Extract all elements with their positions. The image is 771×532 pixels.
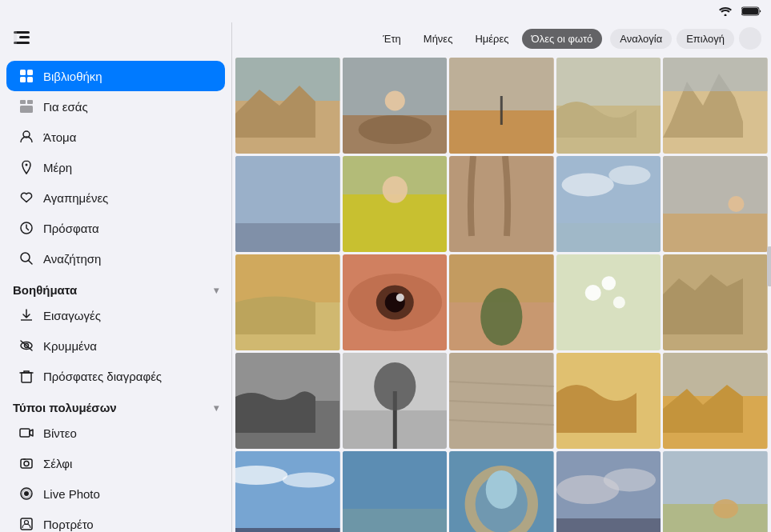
svg-rect-47	[663, 58, 768, 91]
svg-rect-13	[20, 106, 33, 113]
live-photo-icon	[18, 485, 35, 502]
home-indicator	[767, 246, 771, 286]
selfies-icon	[18, 454, 35, 472]
svg-rect-24	[21, 459, 32, 468]
svg-point-74	[613, 296, 625, 308]
svg-point-0	[725, 14, 727, 17]
sidebar-item-imports[interactable]: Εισαγωγές	[6, 300, 225, 330]
places-icon	[18, 158, 35, 176]
sidebar-item-label-hidden: Κρυμμένα	[43, 339, 97, 353]
svg-rect-90	[663, 353, 768, 396]
photo-cell-21[interactable]	[235, 451, 340, 532]
action-btn-select[interactable]: Επιλογή	[677, 29, 734, 49]
svg-point-61	[729, 196, 745, 212]
svg-rect-33	[235, 58, 340, 101]
sidebar-item-places[interactable]: Μέρη	[6, 152, 225, 182]
status-bar	[0, 0, 771, 22]
svg-point-57	[608, 166, 650, 185]
svg-rect-11	[20, 100, 26, 104]
photo-cell-13[interactable]	[449, 254, 554, 350]
sidebar-item-label-people: Άτομα	[43, 130, 76, 144]
topbar: ΈτηΜήνεςΗμέρεςΌλες οι φωτό ΑναλογίαΕπιλο…	[232, 22, 771, 54]
sidebar-item-deleted[interactable]: Πρόσφατες διαγραφές	[6, 361, 225, 391]
svg-rect-50	[235, 223, 340, 252]
photo-cell-15[interactable]	[663, 254, 768, 350]
sidebar-toggle-icon[interactable]	[13, 29, 30, 46]
sidebar-item-for-you[interactable]: Για εσάς	[6, 91, 225, 122]
svg-rect-10	[27, 77, 33, 82]
photo-cell-5[interactable]	[663, 58, 768, 154]
sidebar-item-selfies[interactable]: Σέλφι	[6, 448, 225, 478]
photo-cell-10[interactable]	[663, 156, 768, 252]
photo-cell-1[interactable]	[235, 58, 340, 154]
for-you-icon	[18, 98, 35, 115]
svg-point-95	[283, 472, 335, 487]
more-button[interactable]	[739, 27, 761, 50]
svg-point-83	[374, 362, 416, 410]
svg-rect-93	[235, 451, 340, 528]
sidebar-item-favorites[interactable]: Αγαπημένες	[6, 182, 225, 213]
photo-grid	[232, 54, 771, 532]
photo-cell-8[interactable]	[449, 156, 554, 252]
sidebar-item-label-library: Βιβλιοθήκη	[43, 70, 102, 83]
sidebar-item-label-favorites: Αγαπημένες	[43, 191, 108, 205]
sidebar-media-items: Βίντεο Σέλφι Live Photo Πορτρέτο	[0, 418, 231, 532]
photo-cell-11[interactable]	[235, 254, 340, 350]
nav-buttons: ΈτηΜήνεςΗμέρεςΌλες οι φωτό	[373, 29, 602, 49]
sidebar-section-media-types[interactable]: Τύποι πολυμέσων ▾	[0, 391, 231, 418]
svg-rect-58	[556, 223, 661, 252]
sidebar-item-recents[interactable]: Πρόσφατα	[6, 213, 225, 243]
action-btn-aspect[interactable]: Αναλογία	[610, 29, 672, 49]
nav-btn-years[interactable]: Έτη	[373, 29, 411, 49]
photo-cell-17[interactable]	[343, 353, 448, 449]
sidebar-item-people[interactable]: Άτομα	[6, 122, 225, 152]
photo-cell-4[interactable]	[556, 58, 661, 154]
nav-btn-months[interactable]: Μήνες	[414, 29, 463, 49]
sidebar-item-portrait[interactable]: Πορτρέτο	[6, 509, 225, 532]
sidebar-item-label-portrait: Πορτρέτο	[43, 518, 94, 531]
svg-line-18	[29, 261, 33, 265]
main-content: ΈτηΜήνεςΗμέρεςΌλες οι φωτό ΑναλογίαΕπιλο…	[232, 0, 771, 532]
photo-cell-16[interactable]	[235, 353, 340, 449]
nav-btn-days[interactable]: Ημέρες	[465, 29, 518, 49]
sidebar-section-utilities[interactable]: Βοηθήματα ▾	[0, 274, 231, 300]
action-buttons: ΑναλογίαΕπιλογή	[608, 29, 734, 49]
photo-cell-23[interactable]	[449, 451, 554, 532]
sidebar-item-video[interactable]: Βίντεο	[6, 418, 225, 448]
photo-cell-22[interactable]	[343, 451, 448, 532]
photo-cell-12[interactable]	[343, 254, 448, 350]
svg-point-73	[584, 285, 600, 301]
photo-cell-18[interactable]	[449, 353, 554, 449]
svg-point-68	[396, 294, 404, 302]
photo-cell-2[interactable]	[343, 58, 448, 154]
photo-cell-3[interactable]	[449, 58, 554, 154]
svg-rect-26	[23, 458, 26, 460]
nav-btn-all[interactable]: Όλες οι φωτό	[522, 29, 603, 49]
sidebar-item-hidden[interactable]: Κρυμμένα	[6, 330, 225, 361]
photo-cell-6[interactable]	[235, 156, 340, 252]
chevron-down-icon: ▾	[214, 285, 219, 296]
photo-cell-25[interactable]	[663, 451, 768, 532]
status-bar-right	[719, 6, 761, 16]
sidebar-item-label-video: Βίντεο	[43, 426, 77, 440]
svg-rect-8	[27, 70, 33, 75]
svg-point-56	[561, 174, 613, 197]
photo-cell-24[interactable]	[556, 451, 661, 532]
photo-cell-14[interactable]	[556, 254, 661, 350]
svg-rect-96	[235, 528, 340, 532]
photo-cell-7[interactable]	[343, 156, 448, 252]
photo-cell-9[interactable]	[556, 156, 661, 252]
sidebar-item-search[interactable]: Αναζήτηση	[6, 243, 225, 274]
sidebar-main-items: Βιβλιοθήκη Για εσάς Άτομα Μέρη Αγαπημένε…	[0, 61, 231, 274]
people-icon	[18, 128, 35, 146]
photo-cell-20[interactable]	[663, 353, 768, 449]
svg-point-37	[358, 115, 431, 144]
library-icon	[18, 67, 35, 85]
svg-rect-63	[235, 254, 340, 302]
battery-icon	[741, 6, 761, 16]
sidebar-item-live-photo[interactable]: Live Photo	[6, 478, 225, 509]
photo-cell-19[interactable]	[556, 353, 661, 449]
svg-point-38	[384, 90, 404, 110]
sidebar-item-library[interactable]: Βιβλιοθήκη	[6, 61, 225, 91]
sidebar-utilities-items: Εισαγωγές Κρυμμένα Πρόσφατες διαγραφές	[0, 300, 231, 391]
